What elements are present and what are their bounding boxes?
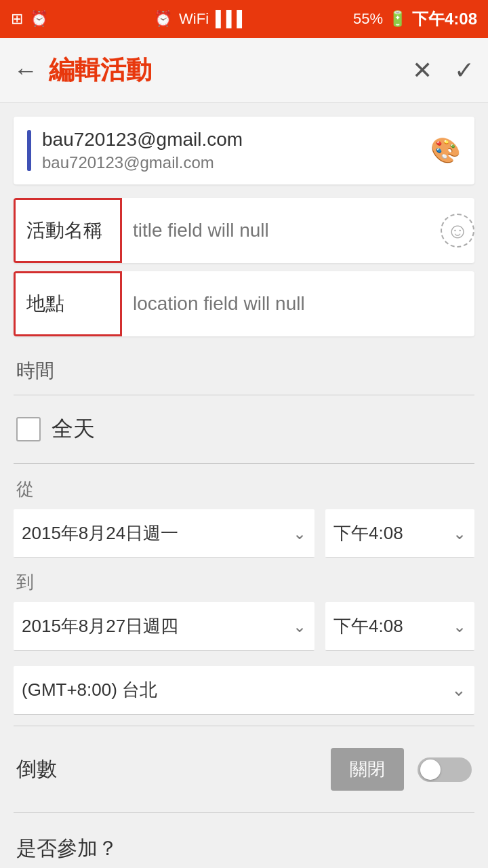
- palette-icon[interactable]: 🎨: [430, 136, 461, 165]
- countdown-toggle-button[interactable]: 關閉: [331, 748, 404, 791]
- countdown-toggle-thumb: [420, 760, 441, 780]
- to-date-chevron-icon: ⌄: [293, 617, 306, 636]
- time-section-label: 時間: [14, 344, 474, 389]
- battery-percent: 55%: [353, 10, 383, 28]
- account-name: bau720123@gmail.com: [42, 129, 430, 151]
- time-divider: [14, 395, 474, 395]
- from-date-picker[interactable]: 2015年8月24日週一 ⌄: [14, 509, 314, 558]
- status-bar: ⊞ ⏰ ⏰ WiFi ▌▌▌ 55% 🔋 下午4:08: [0, 0, 488, 38]
- countdown-toggle-track[interactable]: [418, 757, 472, 782]
- to-row: 2015年8月27日週四 ⌄ 下午4:08 ⌄: [14, 598, 474, 655]
- main-content: bau720123@gmail.com bau720123@gmail.com …: [0, 103, 488, 868]
- to-time-text: 下午4:08: [333, 614, 403, 638]
- title-field-row: 活動名稱 ☺: [14, 198, 474, 263]
- timezone-picker[interactable]: (GMT+8:00) 台北 ⌄: [14, 666, 474, 715]
- all-day-checkbox[interactable]: [16, 417, 41, 441]
- location-input[interactable]: [122, 275, 474, 332]
- to-label: 到: [14, 562, 474, 598]
- wifi-icon: WiFi: [179, 10, 209, 28]
- to-date-picker[interactable]: 2015年8月27日週四 ⌄: [14, 602, 314, 651]
- timezone-divider: [14, 726, 474, 726]
- to-time-chevron-icon: ⌄: [453, 617, 466, 636]
- status-center-icons: ⏰ WiFi ▌▌▌: [154, 10, 247, 28]
- from-date-chevron-icon: ⌄: [293, 524, 306, 543]
- title-label: 活動名稱: [14, 198, 122, 263]
- from-date-text: 2015年8月24日週一: [22, 521, 178, 545]
- status-time: 下午4:08: [412, 8, 477, 30]
- checkbox-divider: [14, 463, 474, 464]
- to-time-picker[interactable]: 下午4:08 ⌄: [325, 602, 474, 651]
- location-label: 地點: [14, 271, 122, 336]
- page-title: 編輯活動: [49, 53, 412, 87]
- all-day-row[interactable]: 全天: [14, 401, 474, 458]
- account-card[interactable]: bau720123@gmail.com bau720123@gmail.com …: [14, 117, 474, 184]
- from-time-picker[interactable]: 下午4:08 ⌄: [325, 509, 474, 558]
- status-left-icons: ⊞ ⏰: [11, 10, 48, 28]
- signal-bars-icon: ▌▌▌: [216, 10, 247, 28]
- timezone-chevron-icon: ⌄: [451, 679, 466, 701]
- from-label: 從: [14, 469, 474, 505]
- back-button[interactable]: ←: [14, 56, 38, 85]
- participate-label: 是否參加？: [14, 818, 474, 865]
- title-input[interactable]: [122, 202, 441, 259]
- account-color-indicator: [27, 130, 31, 171]
- from-time-text: 下午4:08: [333, 521, 403, 545]
- battery-icon: 🔋: [388, 10, 407, 28]
- close-button[interactable]: ✕: [412, 56, 432, 85]
- alarm-icon: ⏰: [30, 10, 48, 28]
- account-info: bau720123@gmail.com bau720123@gmail.com: [42, 129, 430, 172]
- app-bar-actions: ✕ ✓: [412, 56, 474, 85]
- from-time-chevron-icon: ⌄: [453, 524, 466, 543]
- account-email: bau720123@gmail.com: [42, 153, 430, 172]
- smiley-icon: ☺: [441, 214, 474, 248]
- countdown-label: 倒數: [16, 755, 57, 783]
- all-day-label: 全天: [52, 414, 95, 444]
- location-field-row: 地點: [14, 271, 474, 336]
- countdown-toggle-group: 關閉: [331, 748, 472, 791]
- status-right: 55% 🔋 下午4:08: [353, 8, 477, 30]
- confirm-button[interactable]: ✓: [454, 56, 474, 85]
- from-row: 2015年8月24日週一 ⌄ 下午4:08 ⌄: [14, 505, 474, 562]
- timezone-text: (GMT+8:00) 台北: [22, 678, 157, 702]
- clock-icon: ⏰: [154, 10, 172, 28]
- to-date-text: 2015年8月27日週四: [22, 614, 178, 638]
- app-bar: ← 編輯活動 ✕ ✓: [0, 38, 488, 103]
- countdown-row: 倒數 關閉: [14, 732, 474, 807]
- grid-icon: ⊞: [11, 10, 23, 28]
- countdown-divider: [14, 812, 474, 813]
